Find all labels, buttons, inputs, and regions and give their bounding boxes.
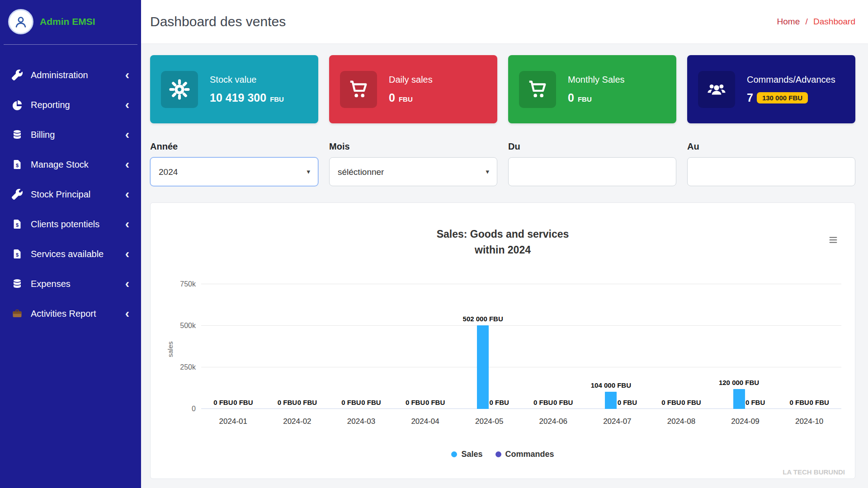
chart-context-menu-button[interactable] (827, 235, 840, 246)
card-title: Stock value (210, 75, 284, 85)
chevron-left-icon: ‹ (125, 248, 129, 260)
chart-column-2024-05: 502 000 FBU0 FBU (457, 284, 521, 409)
sales-data-label: 0 FBU (789, 399, 809, 406)
legend-marker (495, 451, 501, 457)
sales-data-label: 0 FBU (213, 399, 233, 406)
chevron-left-icon: ‹ (125, 99, 129, 111)
filter-annee: Année 2024 ▾ (150, 141, 318, 186)
chart-column-2024-06: 0 FBU0 FBU (521, 284, 585, 409)
sidebar-item-manage-stock[interactable]: Manage Stock ‹ (0, 150, 141, 179)
x-axis-label: 2024-01 (201, 417, 265, 426)
stat-card-daily-sales: Daily sales 0 FBU (329, 55, 497, 123)
chart-subtitle: within 2024 (164, 244, 841, 256)
card-value: 10 419 300 (210, 91, 266, 104)
commandes-data-label: 0 FBU (681, 399, 701, 406)
sidebar-item-services-available[interactable]: Services available ‹ (0, 239, 141, 269)
chart-plot: 0 FBU0 FBU0 FBU0 FBU0 FBU0 FBU0 FBU0 FBU… (201, 284, 841, 409)
legend-label: Sales (461, 450, 482, 459)
y-tick-label: 0 (192, 405, 196, 413)
sales-data-label: 0 FBU (661, 399, 681, 406)
sales-data-label: 502 000 FBU (463, 315, 503, 323)
card-body: Monthly Sales 0 FBU (568, 75, 625, 104)
file-invoice-dollar-icon (12, 159, 23, 170)
user-profile[interactable]: Admin EMSI (0, 0, 141, 43)
commandes-data-label: 0 FBU (809, 399, 829, 406)
sales-bar[interactable] (733, 389, 745, 409)
filters-row: Année 2024 ▾ Mois séléctionner ▾ (150, 141, 855, 186)
du-date-input[interactable] (508, 157, 676, 186)
chart-legend: SalesCommandes (164, 450, 841, 459)
commandes-data-label: 0 FBU (233, 399, 253, 406)
watermark: LA TECH BURUNDI (783, 468, 845, 476)
sidebar-item-label: Billing (31, 130, 55, 140)
chevron-left-icon: ‹ (125, 69, 129, 81)
database-icon (12, 278, 23, 289)
tools-icon (12, 70, 23, 80)
sidebar-item-activities-report[interactable]: Activities Report ‹ (0, 299, 141, 328)
annee-select: 2024 ▾ (150, 157, 318, 186)
commandes-data-label: 0 FBU (297, 399, 317, 406)
x-axis-label: 2024-04 (393, 417, 458, 426)
chart-column-2024-07: 104 000 FBU0 FBU (585, 284, 650, 409)
commandes-data-label: 0 FBU (490, 399, 509, 406)
mois-select-control[interactable]: séléctionner (329, 157, 497, 186)
mois-label: Mois (329, 141, 497, 152)
cart-icon (519, 71, 556, 108)
chart-column-2024-08: 0 FBU0 FBU (649, 284, 713, 409)
plot-column: 0 FBU0 FBU0 FBU0 FBU0 FBU0 FBU0 FBU0 FBU… (201, 284, 841, 426)
card-body: Stock value 10 419 300 FBU (210, 75, 284, 104)
breadcrumb-separator: / (805, 17, 807, 26)
chevron-left-icon: ‹ (125, 277, 129, 290)
stat-cards-row: Stock value 10 419 300 FBU Daily sales 0… (150, 55, 855, 123)
y-tick-label: 250k (180, 363, 196, 371)
chart-x-labels: 2024-012024-022024-032024-042024-052024-… (201, 417, 841, 426)
sidebar-item-reporting[interactable]: Reporting ‹ (0, 90, 141, 120)
users-icon (698, 71, 735, 108)
commandes-data-label: 0 FBU (553, 399, 573, 406)
card-title: Monthly Sales (568, 75, 625, 85)
legend-item-commandes[interactable]: Commandes (495, 450, 554, 459)
x-axis-label: 2024-05 (457, 417, 521, 426)
stat-card-stock-value: Stock value 10 419 300 FBU (150, 55, 318, 123)
breadcrumb: Home / Dashboard (777, 17, 855, 27)
sidebar-item-billing[interactable]: Billing ‹ (0, 120, 141, 150)
sidebar-item-label: Services available (31, 249, 104, 259)
legend-item-sales[interactable]: Sales (451, 450, 482, 459)
card-title: Daily sales (389, 75, 433, 85)
sales-bar[interactable] (605, 392, 617, 409)
page-header: Dashboard des ventes Home / Dashboard (141, 0, 868, 43)
sales-bar[interactable] (477, 325, 489, 409)
chart-pie-icon (12, 99, 23, 110)
legend-marker (451, 451, 457, 457)
sidebar-item-label: Stock Principal (31, 189, 90, 200)
commandes-data-label: 0 FBU (618, 399, 637, 406)
sidebar-item-clients-potentiels[interactable]: Clients potentiels ‹ (0, 209, 141, 239)
y-axis-title: sales (166, 342, 174, 357)
breadcrumb-current: Dashboard (813, 17, 855, 26)
card-body: Daily sales 0 FBU (389, 75, 433, 104)
annee-select-control[interactable]: 2024 (150, 157, 318, 186)
x-axis-label: 2024-03 (329, 417, 393, 426)
sidebar-item-stock-principal[interactable]: Stock Principal ‹ (0, 179, 141, 209)
sales-data-label: 0 FBU (533, 399, 553, 406)
chevron-left-icon: ‹ (125, 128, 129, 141)
breadcrumb-home-link[interactable]: Home (777, 17, 800, 26)
stat-card-monthly-sales: Monthly Sales 0 FBU (508, 55, 676, 123)
stat-card-commands-advances: Commands/Advances 7 130 000 FBU (687, 55, 855, 123)
main-content: Dashboard des ventes Home / Dashboard St… (141, 0, 868, 488)
au-date-input[interactable] (687, 157, 855, 186)
chevron-left-icon: ‹ (125, 188, 129, 201)
y-tick-label: 750k (180, 280, 196, 288)
status-badge: 130 000 FBU (757, 92, 808, 103)
commandes-data-label: 0 FBU (745, 399, 765, 406)
sidebar-item-label: Activities Report (31, 309, 96, 319)
x-axis-label: 2024-08 (649, 417, 713, 426)
sidebar-item-label: Manage Stock (31, 160, 89, 170)
sidebar-item-expenses[interactable]: Expenses ‹ (0, 269, 141, 299)
sidebar-item-label: Administration (31, 70, 88, 80)
sidebar-item-administration[interactable]: Administration ‹ (0, 60, 141, 90)
commandes-data-label: 0 FBU (361, 399, 381, 406)
app-root: Admin EMSI Administration ‹ Reporting ‹ … (0, 0, 868, 488)
gear-icon (161, 71, 198, 108)
sales-data-label: 0 FBU (406, 399, 425, 406)
